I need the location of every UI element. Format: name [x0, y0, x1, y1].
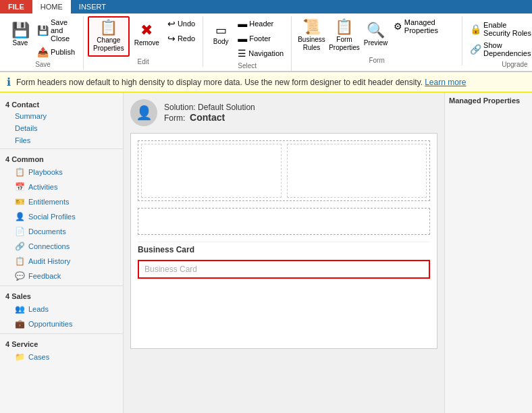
- upgrade-group-label: Upgrade: [502, 59, 527, 70]
- entitlements-icon: 🎫: [15, 197, 25, 206]
- tab-home[interactable]: HOME: [32, 0, 71, 13]
- navigation-label: Navigation: [248, 49, 284, 57]
- change-properties-button[interactable]: 📋 ChangeProperties: [88, 16, 130, 57]
- main-layout: 4 Contact Summary Details Files 4 Common…: [0, 92, 532, 413]
- nav-section-common: 4 Common: [0, 151, 123, 165]
- save-button[interactable]: 💾 Save: [7, 16, 34, 54]
- header-button[interactable]: ▬ Header: [234, 16, 287, 31]
- edit-group-buttons: 📋 ChangeProperties ✖ Remove ↩ Undo ↪ Red…: [88, 16, 198, 57]
- nav-item-summary[interactable]: Summary: [0, 110, 123, 122]
- nav-item-playbooks[interactable]: 📋Playbooks: [0, 165, 123, 180]
- form-group-buttons: 📜 BusinessRules 📋 FormProperties 🔍 Previ…: [296, 16, 458, 55]
- body-button[interactable]: ▭ Body: [207, 16, 234, 54]
- body-label: Body: [213, 38, 229, 46]
- nav-item-cases[interactable]: 📁Cases: [0, 350, 123, 364]
- form-section-2: [138, 208, 430, 235]
- nav-item-leads[interactable]: 👥Leads: [0, 302, 123, 316]
- leads-icon: 👥: [15, 304, 25, 314]
- ribbon-group-upgrade: 🔒 Enable Security Roles 🔗 Show Dependenc…: [462, 16, 532, 70]
- solution-label: Solution:: [164, 103, 196, 112]
- save-close-label: Save and Close: [51, 18, 76, 43]
- ribbon-group-form: 📜 BusinessRules 📋 FormProperties 🔍 Previ…: [292, 16, 462, 65]
- nav-item-entitlements[interactable]: 🎫Entitlements: [0, 194, 123, 209]
- remove-label: Remove: [134, 39, 159, 47]
- select-group-label: Select: [238, 61, 257, 71]
- feedback-icon: 💬: [15, 271, 25, 281]
- learn-more-link[interactable]: Learn more: [425, 78, 466, 87]
- change-properties-label: ChangeProperties: [93, 36, 124, 53]
- managed-properties-button[interactable]: ⚙ Managed Properties: [390, 16, 458, 36]
- ribbon-content: 💾 Save 💾 Save and Close 📤 Publish Save: [0, 13, 532, 72]
- form-line: Form: Contact: [164, 112, 255, 123]
- nav-item-opportunities[interactable]: 💼Opportunities: [0, 316, 123, 331]
- select-small-stack: ▬ Header ▬ Footer ☰ Navigation: [234, 16, 287, 61]
- tab-file[interactable]: FILE: [0, 0, 32, 13]
- form-name: Contact: [190, 112, 225, 123]
- save-close-icon: 💾: [37, 25, 49, 36]
- business-card-field[interactable]: Business Card: [138, 260, 430, 279]
- business-rules-icon: 📜: [302, 20, 321, 34]
- form-column-1: [141, 144, 282, 198]
- save-icon: 💾: [11, 23, 30, 38]
- tab-insert[interactable]: INSERT: [71, 0, 114, 13]
- nav-item-connections[interactable]: 🔗Connections: [0, 239, 123, 254]
- right-panel: Managed Properties: [444, 92, 532, 413]
- nav-item-documents[interactable]: 📄Documents: [0, 224, 123, 239]
- nav-item-details[interactable]: Details: [0, 122, 123, 134]
- ribbon-group-save: 💾 Save 💾 Save and Close 📤 Publish Save: [3, 16, 84, 70]
- nav-item-audit-history[interactable]: 📋Audit History: [0, 254, 123, 269]
- nav-item-activities[interactable]: 📅Activities: [0, 180, 123, 194]
- cases-icon: 📁: [15, 352, 25, 362]
- dependencies-icon: 🔗: [470, 44, 481, 55]
- upgrade-group-buttons: 🔒 Enable Security Roles 🔗 Show Dependenc…: [467, 16, 532, 59]
- connections-icon: 🔗: [15, 242, 25, 251]
- undo-button[interactable]: ↩ Undo: [164, 16, 198, 31]
- navigation-button[interactable]: ☰ Navigation: [234, 46, 287, 61]
- form-group-label: Form: [369, 55, 384, 65]
- enable-security-roles-button[interactable]: 🔒 Enable Security Roles: [467, 19, 532, 39]
- select-group-buttons: ▭ Body ▬ Header ▬ Footer ☰ Navigation: [207, 16, 287, 61]
- publish-button[interactable]: 📤 Publish: [34, 45, 79, 59]
- edit-group-label: Edit: [138, 57, 149, 67]
- solution-line: Solution: Default Solution: [164, 103, 255, 112]
- nav-item-files[interactable]: Files: [0, 134, 123, 146]
- nav-section-contact: 4 Contact: [0, 97, 123, 110]
- form-section-1: [138, 140, 430, 201]
- nav-item-social-profiles[interactable]: 👤Social Profiles: [0, 209, 123, 224]
- avatar: 👤: [130, 99, 157, 126]
- center-content: 👤 Solution: Default Solution Form: Conta…: [124, 92, 444, 413]
- undo-label: Undo: [178, 20, 195, 28]
- save-group-label: Save: [35, 59, 51, 70]
- solution-header: 👤 Solution: Default Solution Form: Conta…: [130, 99, 437, 126]
- business-rules-button[interactable]: 📜 BusinessRules: [296, 16, 327, 55]
- preview-icon: 🔍: [367, 23, 385, 38]
- opportunities-icon: 💼: [15, 319, 25, 329]
- ribbon: FILE HOME INSERT 💾 Save 💾 Save and Close…: [0, 0, 532, 72]
- save-and-close-button[interactable]: 💾 Save and Close: [34, 16, 79, 45]
- form-properties-button[interactable]: 📋 FormProperties: [327, 16, 362, 55]
- footer-button[interactable]: ▬ Footer: [234, 31, 287, 46]
- upgrade-small-stack: 🔒 Enable Security Roles 🔗 Show Dependenc…: [467, 16, 532, 59]
- redo-label: Redo: [178, 34, 195, 43]
- body-icon: ▭: [215, 24, 227, 36]
- preview-button[interactable]: 🔍 Preview: [361, 16, 390, 54]
- save-small-stack: 💾 Save and Close 📤 Publish: [34, 16, 79, 59]
- remove-button[interactable]: ✖ Remove: [130, 16, 164, 54]
- redo-button[interactable]: ↪ Redo: [164, 31, 198, 46]
- footer-label: Footer: [249, 34, 271, 43]
- playbooks-icon: 📋: [15, 167, 25, 177]
- ribbon-group-edit: 📋 ChangeProperties ✖ Remove ↩ Undo ↪ Red…: [84, 16, 203, 67]
- solution-info: Solution: Default Solution Form: Contact: [164, 103, 255, 123]
- navigation-icon: ☰: [238, 48, 246, 59]
- info-icon: ℹ: [7, 76, 11, 88]
- show-dependencies-button[interactable]: 🔗 Show Dependencies: [467, 39, 532, 59]
- managed-properties-icon: ⚙: [394, 21, 402, 32]
- nav-item-feedback[interactable]: 💬Feedback: [0, 269, 123, 283]
- right-panel-title: Managed Properties: [449, 97, 528, 105]
- remove-icon: ✖: [140, 23, 153, 38]
- info-bar: ℹ Form headers now default to high densi…: [0, 72, 532, 92]
- preview-label: Preview: [364, 39, 388, 47]
- publish-icon: 📤: [37, 47, 49, 57]
- nav-section-service: 4 Service: [0, 336, 123, 350]
- ribbon-group-select: ▭ Body ▬ Header ▬ Footer ☰ Navigation: [203, 16, 292, 71]
